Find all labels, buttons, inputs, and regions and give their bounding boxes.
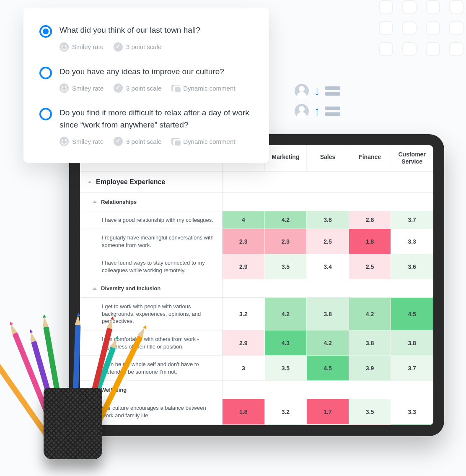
question-tag[interactable]: Dynamic comment	[171, 137, 235, 146]
heatmap-cell: 2.9	[223, 254, 265, 279]
question-tag[interactable]: 3 point scale	[114, 42, 161, 52]
heatmap-cell: 2.3	[223, 229, 265, 254]
question-tag[interactable]: Smiley rate	[60, 137, 104, 146]
heatmap-row-label: I have found ways to stay connected to m…	[80, 254, 223, 279]
heatmap-cell: 4.3	[265, 330, 307, 355]
survey-questions-card: What did you think of our last town hall…	[23, 8, 269, 163]
heatmap-cell: 3.8	[349, 330, 391, 355]
question-tag[interactable]: Dynamic comment	[171, 83, 235, 93]
background-dot-grid	[379, 0, 466, 56]
heatmap-cell: 1.8	[349, 229, 391, 254]
heatmap-row: I can be my whole self and don't have to…	[80, 356, 433, 381]
heatmap-cell: 3.5	[265, 356, 307, 380]
heatmap-cell: 3.4	[307, 254, 349, 279]
question-tag[interactable]: 3 point scale	[114, 83, 161, 93]
heatmap-cell: 4.2	[391, 424, 433, 425]
radio-button[interactable]	[39, 108, 52, 120]
deco-dot	[402, 21, 417, 35]
survey-question[interactable]: Do you find it more difficult to relax a…	[39, 107, 253, 146]
survey-question[interactable]: Do you have any ideas to improve our cul…	[39, 66, 253, 93]
heatmap-cell: 3.8	[307, 298, 349, 330]
arrow-down-icon: ↓	[314, 84, 320, 98]
question-tag-label: 3 point scale	[126, 43, 161, 50]
question-text: What did you think of our last town hall…	[60, 24, 253, 36]
heatmap-subgroup-title: Diversity and Inclusion	[101, 285, 161, 291]
heatmap-group-title: Employee Experience	[96, 178, 165, 186]
heatmap-cell: 1.8	[223, 399, 265, 424]
question-tag-label: 3 point scale	[126, 138, 161, 145]
deco-dot	[402, 0, 417, 14]
avatar-icon	[295, 84, 309, 98]
heatmap-cell: 2	[223, 424, 265, 425]
heatmap-cell: 3	[223, 356, 265, 380]
heatmap-subgroup-title: Relationships	[101, 199, 137, 205]
bars-icon	[325, 86, 340, 96]
heatmap-cell: 2.5	[307, 229, 349, 254]
heatmap-cell: 2.5	[349, 254, 391, 279]
heatmap-cell: 3.2	[223, 298, 265, 330]
heatmap-cell: 1.7	[307, 399, 349, 424]
heatmap-cell: 2.8	[349, 424, 391, 425]
heatmap-cell: 2.8	[349, 211, 391, 229]
heatmap-cell: 3.5	[349, 399, 391, 424]
deco-dot	[426, 42, 440, 56]
chevron-up-icon[interactable]	[93, 200, 97, 203]
deco-dot	[402, 42, 417, 56]
survey-question[interactable]: What did you think of our last town hall…	[39, 24, 253, 52]
question-text: Do you find it more difficult to relax a…	[60, 107, 253, 131]
question-tag-label: Dynamic comment	[183, 138, 235, 145]
heatmap-cell: 4	[223, 211, 265, 229]
smiley-icon	[60, 137, 69, 146]
comment-icon	[171, 138, 180, 145]
heatmap-row-label: I regularly have meaningful conversation…	[80, 229, 223, 254]
question-tag-label: Smiley rate	[72, 43, 104, 50]
heatmap-row: I get to work with people with various b…	[80, 298, 433, 330]
heatmap-cell: 2.3	[265, 229, 307, 254]
heatmap-table: MarketingSalesFinanceCustomer Service Em…	[80, 145, 433, 425]
heatmap-cell: 3.3	[391, 229, 433, 254]
heatmap-cell: 3.8	[391, 330, 433, 355]
arrow-up-icon: ↑	[314, 104, 320, 118]
check-icon	[114, 137, 123, 146]
bars-icon	[325, 107, 340, 116]
heatmap-cell: 4.2	[349, 298, 391, 330]
question-tag-label: Smiley rate	[72, 138, 104, 145]
deco-dot	[379, 21, 393, 35]
deco-dot	[449, 42, 463, 56]
avatar-icon	[295, 104, 309, 118]
chevron-up-icon[interactable]	[88, 181, 92, 183]
deco-dot	[379, 0, 393, 14]
heatmap-row: My health and wellbeing matter to my man…	[80, 424, 433, 425]
heatmap-column-header: Marketing	[265, 145, 307, 171]
question-tag-label: Dynamic comment	[183, 85, 235, 92]
heatmap-column-header: Customer Service	[391, 145, 433, 171]
question-tag-label: Smiley rate	[72, 85, 104, 92]
heatmap-cell: 3.8	[307, 211, 349, 229]
check-icon	[114, 83, 123, 93]
person-trend-rows: ↓ ↑	[295, 84, 340, 124]
heatmap-cell: 3.6	[391, 254, 433, 279]
heatmap-column-header: Finance	[349, 145, 391, 171]
question-tag[interactable]: Smiley rate	[60, 42, 104, 52]
heatmap-cell: 3.7	[391, 356, 433, 380]
comment-icon	[171, 85, 180, 91]
check-icon	[114, 42, 123, 52]
radio-button[interactable]	[39, 25, 52, 38]
heatmap-cell: 4.5	[391, 298, 433, 330]
smiley-icon	[60, 42, 69, 52]
heatmap-column-header: Sales	[307, 145, 349, 171]
heatmap-row-label: I have a good relationship with my colle…	[80, 211, 223, 229]
tablet-screen: MarketingSalesFinanceCustomer Service Em…	[80, 145, 433, 425]
chevron-up-icon[interactable]	[93, 287, 97, 290]
question-tag-label: 3 point scale	[126, 85, 161, 92]
question-tag[interactable]: Smiley rate	[60, 83, 104, 93]
heatmap-cell: 3.7	[391, 211, 433, 229]
deco-dot	[449, 0, 463, 14]
radio-button[interactable]	[39, 67, 52, 79]
heatmap-cell: 4.2	[265, 211, 307, 229]
heatmap-cell: 4.2	[265, 298, 307, 330]
pencil-cup-image	[8, 304, 126, 472]
question-tag[interactable]: 3 point scale	[114, 137, 161, 146]
heatmap-row: I have a good relationship with my colle…	[80, 211, 433, 229]
question-text: Do you have any ideas to improve our cul…	[60, 66, 253, 78]
